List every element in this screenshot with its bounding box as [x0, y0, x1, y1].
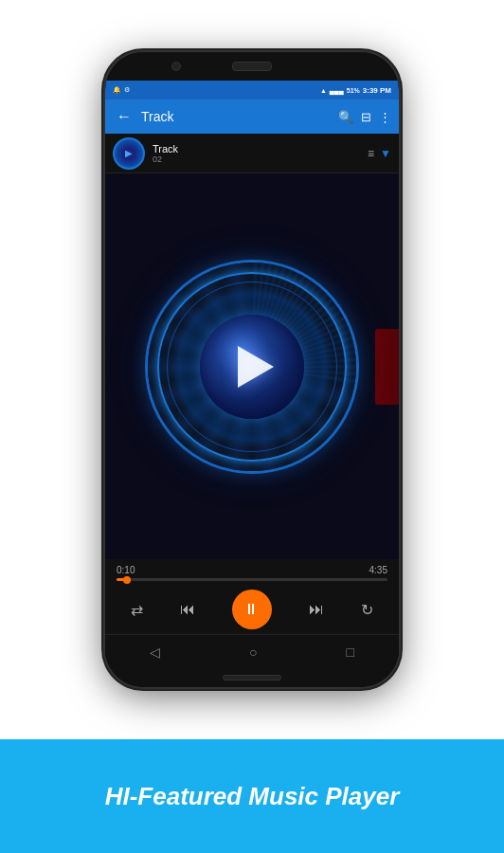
phone-top: [105, 52, 399, 81]
vinyl-disc[interactable]: [148, 263, 356, 471]
mini-play-icon: ▶: [125, 148, 133, 158]
next-button[interactable]: ⏭: [309, 601, 324, 618]
progress-thumb: [123, 576, 131, 584]
back-nav-button[interactable]: ◁: [150, 644, 160, 660]
progress-area: 0:10 4:35: [105, 559, 399, 585]
repeat-button[interactable]: ↻: [361, 601, 373, 619]
play-triangle-icon: [238, 346, 274, 388]
track-name: Track: [153, 143, 360, 154]
status-right-info: ▲ ▄▄▄ 51% 3:39 PM: [320, 86, 391, 95]
pause-icon: ⏸: [243, 601, 261, 618]
notification-icon: 🔔: [113, 86, 121, 94]
phone-wrapper: 🔔 ⚙ ▲ ▄▄▄ 51% 3:39 PM ← Track 🔍 ⊟ ⋮: [0, 0, 504, 739]
track-info-bar: ▶ Track 02 ≡ ▼: [105, 134, 399, 173]
phone-bottom: [105, 668, 399, 687]
time-row: 0:10 4:35: [117, 565, 387, 575]
controls-bar: ⇄ ⏮ ⏸ ⏭ ↻: [105, 585, 399, 634]
pause-button[interactable]: ⏸: [232, 590, 272, 629]
track-info-controls: ≡ ▼: [368, 147, 391, 160]
battery-level: 51%: [347, 87, 360, 94]
shuffle-button[interactable]: ⇄: [131, 601, 143, 619]
total-time: 4:35: [369, 565, 387, 575]
track-number: 02: [153, 154, 360, 164]
banner-text: HI-Featured Music Player: [105, 782, 400, 811]
toolbar-icons: 🔍 ⊟ ⋮: [338, 110, 391, 124]
track-info-text: Track 02: [153, 143, 360, 164]
recent-nav-button[interactable]: □: [347, 644, 354, 660]
equalizer-icon[interactable]: ⊟: [361, 110, 371, 124]
status-bar: 🔔 ⚙ ▲ ▄▄▄ 51% 3:39 PM: [105, 81, 399, 100]
status-time: 3:39 PM: [363, 86, 391, 95]
dropdown-icon[interactable]: ▼: [380, 147, 391, 160]
player-main: [105, 173, 399, 559]
more-options-icon[interactable]: ⋮: [379, 110, 391, 124]
signal-icon: ▄▄▄: [330, 87, 344, 94]
toolbar: ← Track 🔍 ⊟ ⋮: [105, 100, 399, 134]
side-album-art: [375, 329, 399, 405]
toolbar-title: Track: [141, 109, 333, 124]
android-icon: ⚙: [124, 86, 130, 94]
nav-bar: ◁ ○ □: [105, 634, 399, 668]
list-icon[interactable]: ≡: [368, 147, 374, 160]
progress-fill: [117, 578, 127, 581]
prev-button[interactable]: ⏮: [180, 601, 195, 618]
status-left-icons: 🔔 ⚙: [113, 86, 130, 94]
vinyl-center[interactable]: [200, 315, 304, 419]
progress-bar[interactable]: [117, 578, 387, 581]
home-nav-button[interactable]: ○: [249, 644, 257, 660]
search-icon[interactable]: 🔍: [338, 110, 353, 124]
current-time: 0:10: [117, 565, 135, 575]
bottom-banner: HI-Featured Music Player: [0, 739, 504, 853]
mini-player[interactable]: ▶: [113, 137, 145, 170]
wifi-icon: ▲: [320, 87, 327, 94]
screen: 🔔 ⚙ ▲ ▄▄▄ 51% 3:39 PM ← Track 🔍 ⊟ ⋮: [105, 81, 399, 668]
phone: 🔔 ⚙ ▲ ▄▄▄ 51% 3:39 PM ← Track 🔍 ⊟ ⋮: [105, 52, 399, 687]
back-button[interactable]: ←: [113, 106, 135, 127]
